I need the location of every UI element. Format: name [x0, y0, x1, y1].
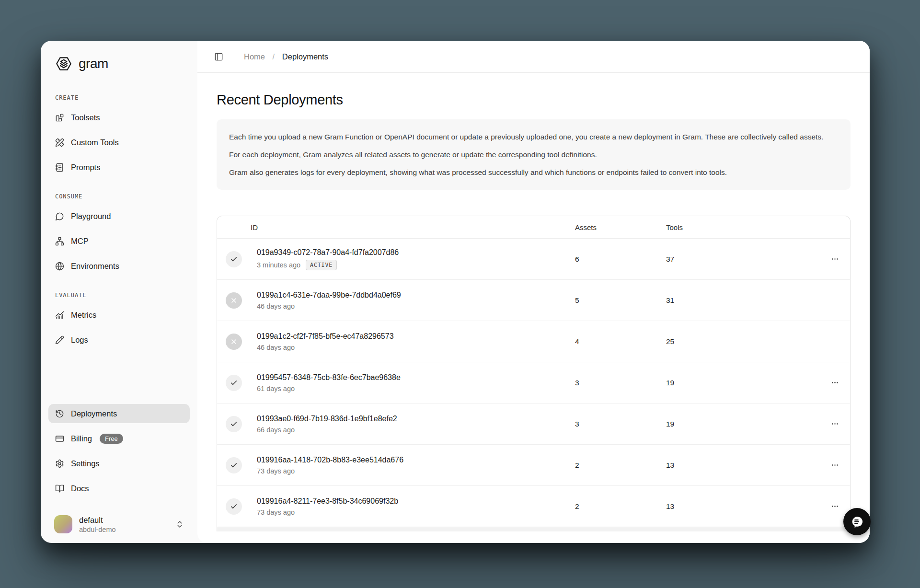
- sidebar-section-label: CONSUME: [48, 193, 190, 200]
- sidebar-section-items: Toolsets Custom Tools Prompts: [48, 108, 190, 183]
- sidebar-item-mcp[interactable]: MCP: [48, 231, 190, 251]
- assets-count: 3: [575, 379, 666, 387]
- plan-badge: Free: [100, 434, 123, 444]
- page-content: Recent Deployments Each time you upload …: [197, 73, 870, 531]
- info-paragraph: Each time you upload a new Gram Function…: [229, 131, 838, 143]
- sidebar-item-playground[interactable]: Playground: [48, 207, 190, 226]
- check-icon: [226, 416, 242, 432]
- ellipsis-icon: [831, 420, 839, 428]
- table-row[interactable]: 01995457-6348-75cb-83fe-6ec7bae9638e 61 …: [217, 362, 850, 403]
- workspace-selector[interactable]: default abdul-demo: [41, 515, 197, 533]
- assets-count: 4: [575, 337, 666, 346]
- status-badge: ACTIVE: [306, 260, 337, 270]
- assets-count: 6: [575, 255, 666, 264]
- sidebar-item-deployments[interactable]: Deployments: [48, 404, 190, 423]
- topbar: Home / Deployments: [197, 41, 870, 73]
- row-menu-button[interactable]: [828, 458, 842, 473]
- sidebar-item-label: Deployments: [71, 409, 117, 418]
- table-body: 019a9349-c072-78a7-90a4-fd7fa2007d86 3 m…: [217, 239, 850, 527]
- sidebar-item-logs[interactable]: Logs: [48, 330, 190, 349]
- sidebar-item-docs[interactable]: Docs: [48, 479, 190, 498]
- sidebar-item-toolsets[interactable]: Toolsets: [48, 108, 190, 127]
- sidebar-item-label: Logs: [71, 335, 88, 345]
- x-icon: [226, 334, 242, 350]
- info-paragraph: For each deployment, Gram analyzes all r…: [229, 149, 838, 161]
- sidebar-item-label: Metrics: [71, 311, 96, 320]
- row-menu-button[interactable]: [828, 376, 842, 390]
- history-icon: [55, 409, 64, 418]
- tools-count: 31: [666, 296, 819, 305]
- tools-count: 19: [666, 379, 819, 387]
- column-header-assets: Assets: [575, 223, 666, 231]
- check-icon: [226, 375, 242, 391]
- globe-icon: [55, 262, 64, 271]
- sidebar-bottom-group: Deployments Billing Free Settings Docs: [48, 404, 190, 504]
- sidebar-item-billing[interactable]: Billing Free: [48, 429, 190, 448]
- sidebar-item-metrics[interactable]: Metrics: [48, 305, 190, 324]
- workspace-org: abdul-demo: [79, 526, 116, 533]
- sidebar-section-label: CREATE: [48, 94, 190, 101]
- blocks-icon: [55, 113, 64, 122]
- check-icon: [226, 251, 242, 267]
- x-icon: [226, 292, 242, 309]
- chat-bubble-icon: [849, 514, 865, 530]
- sidebar-toggle-button[interactable]: [211, 49, 226, 64]
- breadcrumb-home-link[interactable]: Home: [244, 52, 265, 61]
- ellipsis-icon: [831, 379, 839, 387]
- table-header: ID Assets Tools: [217, 216, 850, 239]
- breadcrumb: Home / Deployments: [244, 52, 328, 61]
- assets-count: 2: [575, 461, 666, 470]
- app-logo[interactable]: gram: [41, 41, 197, 72]
- gram-logo-icon: [55, 55, 72, 72]
- tools-count: 13: [666, 502, 819, 511]
- sidebar-item-label: Prompts: [71, 163, 100, 172]
- table-row[interactable]: 01993ae0-f69d-7b19-836d-1e9bf1e8efe2 66 …: [217, 403, 850, 444]
- deployment-id: 0199a1c4-631e-7daa-99be-7ddbd4a0ef69: [257, 291, 575, 300]
- sidebar-item-label: Settings: [71, 459, 100, 468]
- breadcrumb-current: Deployments: [282, 52, 328, 61]
- deployment-id: 019916aa-1418-702b-8b83-e3ee514da676: [257, 456, 575, 464]
- assets-count: 2: [575, 502, 666, 511]
- sidebar-item-settings[interactable]: Settings: [48, 454, 190, 473]
- chat-widget-button[interactable]: [843, 508, 871, 535]
- sidebar-item-label: MCP: [71, 237, 89, 246]
- workspace-meta: default abdul-demo: [79, 516, 116, 533]
- deployment-timestamp: 66 days ago: [257, 426, 295, 434]
- deployment-timestamp: 73 days ago: [257, 508, 295, 516]
- sidebar-section: CREATE Toolsets Custom Tools Prompts: [48, 94, 190, 183]
- table-row[interactable]: 019a9349-c072-78a7-90a4-fd7fa2007d86 3 m…: [217, 239, 850, 279]
- table-row[interactable]: 019916a4-8211-7ee3-8f5b-34c69069f32b 73 …: [217, 485, 850, 527]
- assets-count: 5: [575, 296, 666, 305]
- row-menu-button[interactable]: [828, 417, 842, 431]
- row-menu-button[interactable]: [828, 499, 842, 514]
- deployment-timestamp: 73 days ago: [257, 467, 295, 475]
- panel-left-icon: [214, 52, 223, 61]
- sidebar-section: CONSUME Playground MCP Environments: [48, 193, 190, 281]
- row-menu-button[interactable]: [828, 252, 842, 266]
- book-open-icon: [55, 484, 64, 493]
- sidebar-section-label: EVALUATE: [48, 292, 190, 299]
- sidebar-item-label: Custom Tools: [71, 138, 119, 147]
- gear-icon: [55, 459, 64, 468]
- deployment-timestamp: 3 minutes ago: [257, 261, 300, 269]
- sidebar-item-custom-tools[interactable]: Custom Tools: [48, 133, 190, 152]
- table-row[interactable]: 019916aa-1418-702b-8b83-e3ee514da676 73 …: [217, 444, 850, 485]
- table-row-partial: [217, 527, 850, 531]
- table-row[interactable]: 0199a1c2-cf2f-7f85-bf5e-ec47a8296573 46 …: [217, 321, 850, 362]
- sidebar-section-items: Playground MCP Environments: [48, 207, 190, 281]
- table-row[interactable]: 0199a1c4-631e-7daa-99be-7ddbd4a0ef69 46 …: [217, 279, 850, 321]
- tools-count: 37: [666, 255, 819, 264]
- avatar: [54, 515, 72, 533]
- app-logo-text: gram: [79, 56, 108, 71]
- sidebar-item-label: Playground: [71, 212, 111, 221]
- desktop-background: gram CREATE Toolsets Custom Tools Prompt…: [0, 0, 920, 588]
- sidebar-item-label: Billing: [71, 434, 92, 443]
- assets-count: 3: [575, 420, 666, 428]
- chevrons-up-down-icon[interactable]: [175, 520, 184, 529]
- sidebar-item-prompts[interactable]: Prompts: [48, 158, 190, 177]
- sidebar-item-environments[interactable]: Environments: [48, 256, 190, 276]
- deployments-table: ID Assets Tools 019a9349-c072-78a7-90a4-…: [217, 216, 851, 531]
- deployment-id: 019a9349-c072-78a7-90a4-fd7fa2007d86: [257, 248, 575, 257]
- network-icon: [55, 237, 64, 246]
- deployment-id: 01995457-6348-75cb-83fe-6ec7bae9638e: [257, 373, 575, 382]
